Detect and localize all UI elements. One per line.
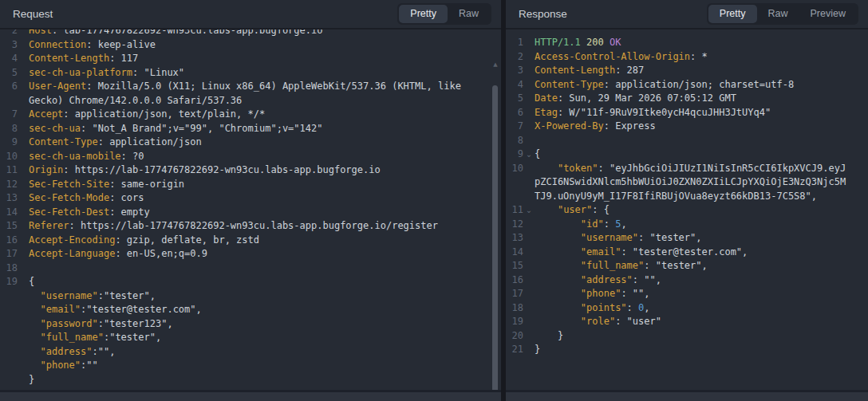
scroll-up-icon[interactable]: ▲: [491, 61, 500, 69]
code-line: 17Accept-Language: en-US,en;q=0.9: [0, 247, 501, 261]
line-number: 5: [0, 66, 18, 81]
chevron-spacer: [523, 218, 535, 232]
chevron-spacer: [523, 287, 535, 301]
code-line: 13Sec-Fetch-Mode: cors: [0, 191, 501, 206]
line-content: Sec-Fetch-Dest: empty: [29, 206, 501, 220]
line-content: "username":"tester",: [29, 289, 501, 304]
code-line: 16 "address": "",: [506, 273, 868, 288]
chevron-spacer: [523, 259, 535, 273]
response-code: 1HTTP/1.1 200 OK2Access-Control-Allow-Or…: [506, 36, 868, 357]
line-content: {: [29, 275, 501, 289]
code-line: 6Etag: W/"11f-9RuV9Itke0ycH4qcuJHH3JtUYq…: [506, 106, 868, 120]
tab-raw[interactable]: Raw: [757, 5, 799, 23]
line-number: 20: [506, 329, 523, 344]
line-content: sec-ch-ua-platform: "Linux": [29, 66, 501, 81]
line-number: [0, 345, 18, 360]
line-content: "phone":"": [29, 359, 501, 373]
line-number: 8: [0, 122, 18, 136]
line-number: 12: [506, 218, 523, 232]
line-content: "phone": "",: [535, 287, 868, 301]
collapse-chevron-icon[interactable]: ⌄: [523, 147, 535, 162]
code-line: "password":"tester123",: [0, 317, 501, 332]
line-content: "points": 0,: [535, 301, 868, 316]
line-content: X-Powered-By: Express: [535, 120, 868, 134]
response-view-tabs: PrettyRawPreview: [707, 3, 858, 25]
collapse-chevron-icon[interactable]: ⌄: [523, 203, 535, 218]
chevron-spacer: [18, 108, 29, 122]
line-number: 16: [506, 273, 523, 288]
line-number: 4: [0, 52, 18, 66]
chevron-spacer: [18, 206, 29, 220]
line-content: "user": {: [535, 203, 868, 218]
code-line: 5Date: Sun, 29 Mar 2026 07:05:12 GMT: [506, 92, 868, 106]
code-line: 19{: [0, 275, 501, 289]
line-number: 6: [506, 106, 523, 120]
line-number: 5: [506, 92, 523, 106]
code-line: "email":"tester@tester.com",: [0, 303, 501, 317]
code-line: 14Sec-Fetch-Dest: empty: [0, 206, 501, 220]
code-line: 7X-Powered-By: Express: [506, 120, 868, 134]
line-number: 7: [506, 120, 523, 134]
line-number: 8: [506, 134, 523, 148]
line-content: }: [535, 343, 868, 357]
code-line: 9⌄{: [506, 147, 868, 162]
line-content: sec-ch-ua: "Not_A Brand";v="99", "Chromi…: [29, 122, 501, 136]
line-number: 17: [506, 287, 523, 301]
line-number: 14: [506, 246, 523, 260]
line-number: 2: [0, 29, 18, 38]
tab-preview[interactable]: Preview: [799, 5, 857, 23]
chevron-spacer: [523, 315, 535, 329]
line-number: 18: [506, 301, 523, 316]
request-scrollbar[interactable]: ▲ ▼: [491, 61, 500, 390]
response-panel: Response PrettyRawPreview 1HTTP/1.1 200 …: [506, 0, 868, 401]
line-content: [535, 134, 868, 148]
line-number: 13: [506, 231, 523, 246]
chevron-spacer: [18, 178, 29, 192]
chevron-spacer: [523, 36, 535, 50]
line-content: Referer: https://lab-1774767822692-wn93c…: [29, 219, 501, 234]
chevron-spacer: [18, 38, 29, 53]
chevron-spacer: [523, 92, 535, 106]
tab-pretty[interactable]: Pretty: [708, 5, 757, 23]
chevron-spacer: [18, 317, 29, 332]
line-number: 6: [0, 80, 18, 108]
code-line: 20 }: [506, 329, 868, 344]
tab-raw[interactable]: Raw: [448, 5, 490, 23]
line-content: Date: Sun, 29 Mar 2026 07:05:12 GMT: [535, 92, 868, 106]
code-line: 13 "username": "tester",: [506, 231, 868, 246]
chevron-spacer: [18, 247, 29, 261]
code-line: 16Accept-Encoding: gzip, deflate, br, zs…: [0, 234, 501, 248]
code-line: 12 "id": 5,: [506, 218, 868, 232]
code-line: 15 "full_name": "tester",: [506, 259, 868, 273]
line-content: User-Agent: Mozilla/5.0 (X11; Linux x86_…: [29, 80, 501, 108]
code-line: 15Referer: https://lab-1774767822692-wn9…: [0, 219, 501, 234]
code-line: }: [0, 373, 501, 387]
line-number: 4: [506, 78, 523, 92]
line-number: 16: [0, 234, 18, 248]
chevron-spacer: [18, 52, 29, 66]
line-number: 12: [0, 178, 18, 192]
code-line: 18 "points": 0,: [506, 301, 868, 316]
line-number: [0, 359, 18, 373]
line-number: 13: [0, 191, 18, 206]
chevron-spacer: [18, 359, 29, 373]
code-line: 14 "email": "tester@tester.com",: [506, 246, 868, 260]
chevron-spacer: [523, 64, 535, 78]
line-number: 19: [0, 275, 18, 289]
line-number: 15: [0, 219, 18, 234]
request-panel-title: Request: [13, 8, 53, 20]
line-content: Accept-Language: en-US,en;q=0.9: [29, 247, 501, 261]
line-content: "full_name": "tester",: [535, 259, 868, 273]
chevron-spacer: [523, 329, 535, 344]
line-content: "username": "tester",: [535, 231, 868, 246]
scrollbar-thumb[interactable]: [492, 85, 498, 390]
code-line: 12Sec-Fetch-Site: same-origin: [0, 178, 501, 192]
line-number: 21: [506, 343, 523, 357]
chevron-spacer: [523, 106, 535, 120]
chevron-spacer: [18, 163, 29, 178]
code-line: 4Content-Length: 117: [0, 52, 501, 66]
code-line: "username":"tester",: [0, 289, 501, 304]
request-panel-body: 2Host: lab-1774767822692-wn93cu.labs-app…: [0, 29, 501, 390]
line-number: 11: [0, 163, 18, 178]
tab-pretty[interactable]: Pretty: [399, 5, 448, 23]
